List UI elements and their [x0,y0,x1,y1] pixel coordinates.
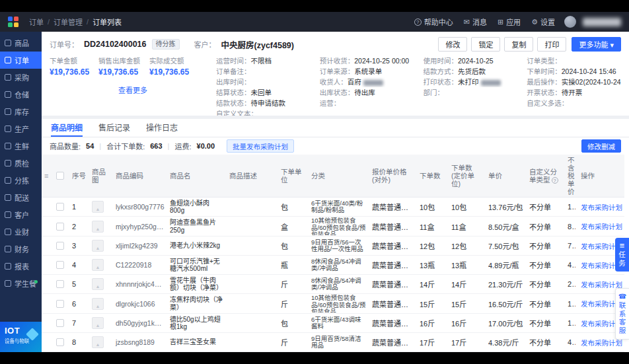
col-unit-price: 单价 [486,155,527,198]
tab-oplog[interactable]: 操作日志 [146,119,178,137]
cell-order-qty: 16斤 [417,314,449,333]
detail-tabs: 商品明细售后记录操作日志 [42,119,629,137]
serial-text: 7 [72,319,87,327]
order-qty-pricing-text: 12包 [451,240,483,251]
batch-publish-purchase-button[interactable]: 批量发布采购计划 [227,139,294,153]
order-action-edit-button[interactable]: 修改 [438,37,467,52]
cell-product-desc [227,256,278,275]
sidebar-item-orders[interactable]: 订单 [0,52,42,69]
cell-quote-price-type: 蔬菜普通报价 [369,352,417,353]
serial-text: 3 [72,242,87,250]
cell-order-qty: 11盒 [417,217,449,237]
cell-product-image: ▲ [89,352,113,353]
topbar-help-button[interactable]: ?帮助中心 [414,17,453,27]
sidebar-item-biz-finance[interactable]: 业财 [0,223,42,240]
sidebar-item-finance[interactable]: 财务 [0,240,42,258]
sidebar-item-label: 配送 [15,192,29,203]
amount-label: 下单金额 [50,55,89,65]
sidebar-item-qc[interactable]: 质检 [0,155,42,172]
view-more-link[interactable]: 查看更多 [50,85,216,95]
field-label: 下单时间： [527,67,562,75]
order-action-copy-button[interactable]: 复制 [504,37,533,52]
tax-price-text: 8.5 [568,223,575,231]
avatar[interactable] [564,16,576,28]
serial-text: 1 [72,203,87,211]
order-qty-text: 16斤 [420,318,446,328]
order-info-fields: 运营时间：不限档订单备注：出库时间：结算状态：未回单结款状态：待申请结款自定义文… [216,55,621,116]
sidebar-item-sorting[interactable]: 分拣 [0,172,42,189]
cell-custom-split-type: 不分单 [527,314,565,333]
cell-order-qty-pricing: 16斤 [449,314,486,333]
sidebar-item-inventory[interactable]: 库存 [0,103,42,120]
app-logo[interactable] [8,17,18,27]
field-label: 最后操作： [527,78,562,86]
row-checkbox[interactable] [56,223,64,231]
cell-product-name: 冻焦籽肉切块（净菜） [167,294,227,314]
order-qty-text: 10包 [420,201,446,212]
cell-quote-price-type: 蔬菜普通报价 [369,314,417,333]
sidebar-item-label: 学生餐 [15,278,36,289]
topbar-settings-button[interactable]: ⚙设置 [531,17,555,27]
tab-product-detail[interactable]: 商品明细 [51,119,83,137]
row-checkbox[interactable] [56,338,64,346]
row-checkbox[interactable] [56,242,64,250]
field-row: 订单来源：系统录单 [320,66,414,77]
row-checkbox[interactable] [56,280,64,288]
sidebar-item-delivery[interactable]: 配送 [0,189,42,206]
cell-order-unit: 斤 [278,275,309,294]
sidebar-item-label: 生鲜 [15,141,29,151]
breadcrumb-item[interactable]: 订单列表 [92,17,122,27]
row-checkbox[interactable] [56,261,64,269]
row-checkbox[interactable] [56,203,64,211]
cell-order-qty-pricing: 11盒 [449,217,486,237]
sidebar-item-student-meal[interactable]: 学生餐 [0,275,42,292]
sidebar-item-reports[interactable]: 报表 [0,258,42,275]
select-all-checkbox[interactable] [56,172,64,180]
sidebar-item-production[interactable]: 生产 [0,120,42,137]
sidebar-item-warehouse[interactable]: 仓储 [0,86,42,103]
cell-order-unit: 包 [278,314,309,333]
more-actions-button[interactable]: 更多功能 ▾ [572,37,621,52]
edit-remove-button[interactable]: 修改删减 [581,139,621,153]
breadcrumb-item[interactable]: 订单管理 [54,17,83,27]
sidebar-item-purchase[interactable]: 采购 [0,69,42,86]
iot-logo[interactable]: IOT 设备与物联 [0,322,42,352]
cell-product-code: myfwloqpjc3748 [113,352,167,353]
publish-purchase-plan-link[interactable]: 发布采购计划 [581,203,622,211]
field-value: 实操02(2024-10-24 16:01) [562,78,621,86]
divider: | [99,142,101,150]
order-action-lock-button[interactable]: 锁定 [471,37,500,52]
topbar-messages-button[interactable]: ✉消息 [464,17,487,27]
publish-purchase-plan-link[interactable]: 发布采购计划 [581,339,622,347]
sidebar-item-label: 采购 [15,72,29,83]
sidebar-item-customer[interactable]: 客户 [0,206,42,223]
table-row: 6▲dlgrokjc1066冻焦籽肉切块（净菜）斤10其他预包装食品/60预包装… [42,294,624,314]
cell-tax-price: 4.3 [565,333,578,352]
quote-price-type-text: 蔬菜普通报价 [372,221,414,232]
row-checkbox[interactable] [56,300,64,308]
messages-icon: ✉ [464,18,470,26]
field-value: 未回单 [251,89,272,96]
task-float-button[interactable]: ≣ 任务 [615,238,629,272]
tab-aftersale[interactable]: 售后记录 [98,119,130,137]
custom-split-type-text: 不分单 [529,260,562,270]
cell-custom-split-type: 不分单 [527,294,565,314]
breadcrumb-item[interactable]: 订单 [29,17,44,27]
sidebar-item-goods[interactable]: 商品 [0,34,42,52]
cell-order-qty: 10包 [417,198,449,217]
order-action-print-button[interactable]: 打印 [537,37,566,52]
publish-purchase-plan-link[interactable]: 发布采购计划 [581,281,622,289]
col-quote-price-type: 报价单价格 (对外) [369,155,417,198]
field-label: 部门： [424,89,445,96]
order-qty-pricing-text: 17斤 [451,337,483,347]
cell-custom-split-type: 不分单 [527,217,565,237]
publish-purchase-plan-link[interactable]: 发布采购计划 [581,223,622,231]
cell-tax-price: 13 [565,198,578,217]
serial-text: 5 [72,280,87,288]
row-checkbox[interactable] [56,319,64,327]
contact-service-float-button[interactable]: ☎ 联系客服 [615,288,629,340]
sidebar-item-fresh[interactable]: 生鲜 [0,137,42,155]
product-name-text: 雪花牛展（牛肉额）切块（净菜） [170,277,224,292]
topbar-apps-button[interactable]: ⊞应用 [498,17,521,27]
cell-serial: 4 [69,256,89,275]
